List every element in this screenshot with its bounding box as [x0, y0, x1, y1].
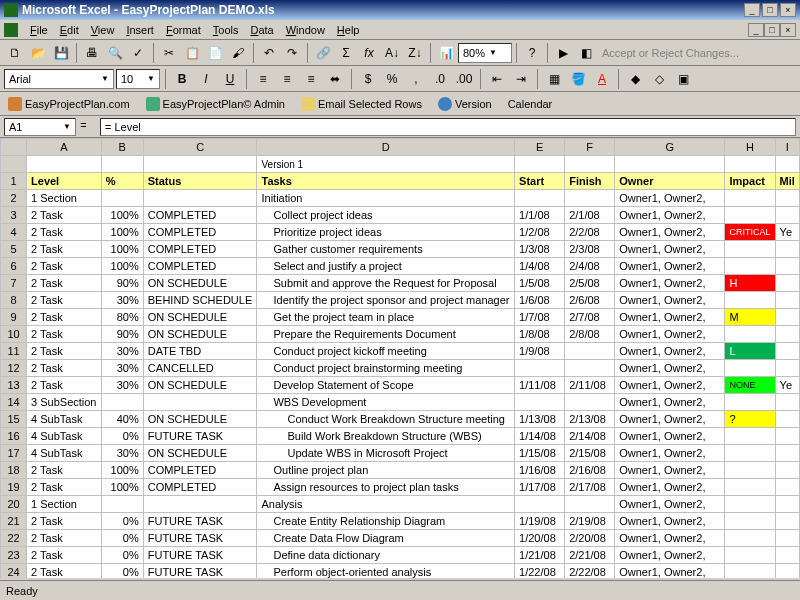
row-header[interactable]: 7 — [1, 275, 27, 292]
row-header[interactable]: 17 — [1, 445, 27, 462]
print-button[interactable]: 🖶 — [81, 42, 103, 64]
merge-button[interactable]: ⬌ — [324, 68, 346, 90]
table-row[interactable]: 32 Task100%COMPLETEDCollect project idea… — [1, 207, 800, 224]
link-easyprojectplan[interactable]: EasyProjectPlan.com — [4, 95, 134, 113]
accept-reject-label[interactable]: Accept or Reject Changes... — [598, 47, 743, 59]
decrease-indent-button[interactable]: ⇤ — [486, 68, 508, 90]
row-header[interactable]: 11 — [1, 343, 27, 360]
copy-button[interactable]: 📋 — [181, 42, 203, 64]
font-color-button[interactable]: A — [591, 68, 613, 90]
menu-file[interactable]: File — [24, 22, 54, 38]
bold-button[interactable]: B — [171, 68, 193, 90]
row-header[interactable]: 2 — [1, 190, 27, 207]
col-header[interactable]: F — [565, 139, 615, 156]
underline-button[interactable]: U — [219, 68, 241, 90]
chart-button[interactable]: 📊 — [435, 42, 457, 64]
table-row[interactable]: 164 SubTask0%FUTURE TASKBuild Work Break… — [1, 428, 800, 445]
menu-edit[interactable]: Edit — [54, 22, 85, 38]
table-row[interactable]: 212 Task0%FUTURE TASKCreate Entity Relat… — [1, 513, 800, 530]
format-painter-button[interactable]: 🖌 — [227, 42, 249, 64]
menu-view[interactable]: View — [85, 22, 121, 38]
preview-button[interactable]: 🔍 — [104, 42, 126, 64]
extra3-button[interactable]: ▣ — [672, 68, 694, 90]
italic-button[interactable]: I — [195, 68, 217, 90]
col-header[interactable]: H — [725, 139, 775, 156]
row-header[interactable]: 21 — [1, 513, 27, 530]
doc-close-button[interactable]: × — [780, 23, 796, 37]
font-combo[interactable]: Arial▼ — [4, 69, 114, 89]
row-header[interactable]: 3 — [1, 207, 27, 224]
row-header[interactable]: 20 — [1, 496, 27, 513]
row-header[interactable]: 16 — [1, 428, 27, 445]
table-row[interactable]: 122 Task30%CANCELLEDConduct project brai… — [1, 360, 800, 377]
table-row[interactable]: 82 Task30%BEHIND SCHEDULEIdentify the pr… — [1, 292, 800, 309]
fill-color-button[interactable]: 🪣 — [567, 68, 589, 90]
table-row[interactable]: 52 Task100%COMPLETEDGather customer requ… — [1, 241, 800, 258]
undo-button[interactable]: ↶ — [258, 42, 280, 64]
table-row[interactable]: 21 SectionInitiationOwner1, Owner2, — [1, 190, 800, 207]
col-header[interactable]: I — [775, 139, 799, 156]
col-header[interactable]: E — [515, 139, 565, 156]
link-admin[interactable]: EasyProjectPlan© Admin — [142, 95, 289, 113]
formula-input[interactable]: = Level — [100, 118, 796, 136]
minimize-button[interactable]: _ — [744, 3, 760, 17]
table-row[interactable]: 192 Task100%COMPLETEDAssign resources to… — [1, 479, 800, 496]
name-box[interactable]: A1▼ — [4, 118, 76, 136]
row-header[interactable]: 18 — [1, 462, 27, 479]
function-button[interactable]: fx — [358, 42, 380, 64]
decrease-decimal-button[interactable]: .00 — [453, 68, 475, 90]
link-version[interactable]: Version — [434, 95, 496, 113]
increase-decimal-button[interactable]: .0 — [429, 68, 451, 90]
link-calendar[interactable]: Calendar — [504, 96, 557, 112]
menu-help[interactable]: Help — [331, 22, 366, 38]
hyperlink-button[interactable]: 🔗 — [312, 42, 334, 64]
zoom-combo[interactable]: 80%▼ — [458, 43, 512, 63]
col-header[interactable]: A — [27, 139, 102, 156]
table-row[interactable]: 72 Task90%ON SCHEDULESubmit and approve … — [1, 275, 800, 292]
sort-asc-button[interactable]: A↓ — [381, 42, 403, 64]
row-header[interactable]: 13 — [1, 377, 27, 394]
row-header[interactable]: 12 — [1, 360, 27, 377]
table-row[interactable]: 112 Task30%DATE TBDConduct project kicko… — [1, 343, 800, 360]
close-button[interactable]: × — [780, 3, 796, 17]
fx-icon[interactable]: = — [80, 119, 96, 135]
col-header[interactable]: C — [143, 139, 257, 156]
align-left-button[interactable]: ≡ — [252, 68, 274, 90]
table-row[interactable]: 143 SubSectionWBS DevelopmentOwner1, Own… — [1, 394, 800, 411]
row-header[interactable]: 1 — [1, 173, 27, 190]
row-header[interactable] — [1, 156, 27, 173]
doc-minimize-button[interactable]: _ — [748, 23, 764, 37]
help-button[interactable]: ? — [521, 42, 543, 64]
open-button[interactable]: 📂 — [27, 42, 49, 64]
link-email[interactable]: Email Selected Rows — [297, 95, 426, 113]
col-header[interactable]: G — [615, 139, 725, 156]
cut-button[interactable]: ✂ — [158, 42, 180, 64]
col-header[interactable] — [1, 139, 27, 156]
extra1-button[interactable]: ◆ — [624, 68, 646, 90]
table-row[interactable]: 242 Task0%FUTURE TASKPerform object-orie… — [1, 564, 800, 579]
menu-format[interactable]: Format — [160, 22, 207, 38]
size-combo[interactable]: 10▼ — [116, 69, 160, 89]
menu-data[interactable]: Data — [244, 22, 279, 38]
align-center-button[interactable]: ≡ — [276, 68, 298, 90]
row-header[interactable]: 6 — [1, 258, 27, 275]
col-header[interactable]: B — [101, 139, 143, 156]
row-header[interactable]: 10 — [1, 326, 27, 343]
table-row[interactable]: 42 Task100%COMPLETEDPrioritize project i… — [1, 224, 800, 241]
row-header[interactable]: 22 — [1, 530, 27, 547]
autosum-button[interactable]: Σ — [335, 42, 357, 64]
borders-button[interactable]: ▦ — [543, 68, 565, 90]
menu-tools[interactable]: Tools — [207, 22, 245, 38]
highlight-changes-button[interactable]: ◧ — [575, 42, 597, 64]
save-button[interactable]: 💾 — [50, 42, 72, 64]
sort-desc-button[interactable]: Z↓ — [404, 42, 426, 64]
row-header[interactable]: 4 — [1, 224, 27, 241]
table-row[interactable]: 102 Task90%ON SCHEDULEPrepare the Requir… — [1, 326, 800, 343]
paste-button[interactable]: 📄 — [204, 42, 226, 64]
spelling-button[interactable]: ✓ — [127, 42, 149, 64]
table-row[interactable]: 182 Task100%COMPLETEDOutline project pla… — [1, 462, 800, 479]
menu-window[interactable]: Window — [280, 22, 331, 38]
row-header[interactable]: 9 — [1, 309, 27, 326]
row-header[interactable]: 24 — [1, 564, 27, 579]
row-header[interactable]: 5 — [1, 241, 27, 258]
